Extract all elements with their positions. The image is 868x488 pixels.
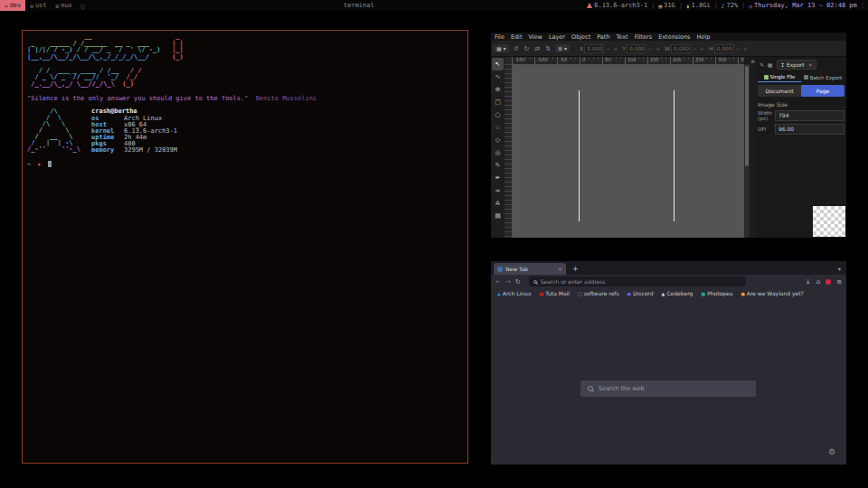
personalize-gear-icon[interactable]: ⚙ <box>828 447 835 456</box>
workspace-tag-dev[interactable]: ⌨dev <box>0 0 25 11</box>
close-icon[interactable]: × <box>558 266 562 272</box>
bookmark-favicon-icon: ▲ <box>497 291 501 296</box>
bookmark-tuta-mail[interactable]: ■Tuta Mail <box>539 290 569 296</box>
increment-button[interactable]: + <box>742 45 749 52</box>
workspace-tag-empty[interactable]: □ <box>77 0 90 11</box>
drawing-canvas[interactable] <box>512 64 744 238</box>
bookmark-photopea[interactable]: ■Photopea <box>701 290 732 296</box>
rotate-ccw-icon[interactable]: ↺ <box>514 45 519 52</box>
menu-icon[interactable]: ≡ <box>836 278 842 286</box>
menu-extensions[interactable]: Extensions <box>658 33 690 41</box>
empty-tag-icon: □ <box>81 3 85 9</box>
swatches-dock-icon[interactable]: ▦ <box>766 61 774 68</box>
dpi-input[interactable]: 96.00 <box>775 124 844 135</box>
tool-ellipse[interactable]: ○ <box>492 108 504 121</box>
snap-toggle-icon[interactable]: ⊞ <box>750 59 754 64</box>
download-icon[interactable]: ↓ <box>806 278 811 286</box>
decrement-button[interactable]: − <box>692 45 698 52</box>
export-tab[interactable]: ↥ Export × <box>777 60 816 70</box>
field-label: W <box>665 45 670 52</box>
shell-prompt[interactable]: ~ ▸ <box>27 161 463 168</box>
decrement-button[interactable]: − <box>735 45 741 52</box>
increment-button[interactable]: + <box>655 45 661 52</box>
decrement-button[interactable]: − <box>647 45 654 52</box>
url-placeholder: Search or enter address <box>541 278 606 285</box>
tab-list-chevron-icon[interactable]: ▾ <box>838 266 841 273</box>
menu-layer[interactable]: Layer <box>549 33 565 41</box>
tool-box-3d[interactable]: ◇ <box>492 134 504 146</box>
style-dropdown-icon: ▦ <box>496 45 502 52</box>
canvas-area[interactable]: -150-100-50050100150200250300350 ⊞ <box>505 57 756 238</box>
forward-button[interactable]: → <box>505 278 511 286</box>
tab-single-file[interactable]: Single File <box>758 72 801 82</box>
field-input[interactable]: 0.000 <box>584 44 604 53</box>
reload-button[interactable]: ↻ <box>515 278 521 286</box>
new-tab-button[interactable]: + <box>572 265 579 273</box>
flip-vertical-icon[interactable]: ⇅ <box>545 45 551 52</box>
web-search-input[interactable]: Search the web <box>580 380 756 397</box>
menu-filters[interactable]: Filters <box>635 33 652 41</box>
status-memory-text: 1.8Gi <box>692 2 711 9</box>
menu-view[interactable]: View <box>528 33 542 41</box>
xywh-fields: X0.000−+Y0.000−+W0.000−+H0.000−+ <box>580 44 749 53</box>
close-icon[interactable]: × <box>808 61 813 68</box>
home-icon[interactable]: ⌂ <box>816 278 820 286</box>
tool-spiral[interactable]: ◎ <box>492 146 504 159</box>
objects-dock-icon[interactable]: ✎ <box>758 61 766 68</box>
scrollbar-thumb[interactable] <box>745 66 749 166</box>
bookmark-codeberg[interactable]: ▲Codeberg <box>662 290 693 296</box>
tool-pencil[interactable]: ✎ <box>492 159 504 172</box>
workspace-tag-mux[interactable]: ⊞mux <box>52 0 77 11</box>
bookmark-label: Arch Linux <box>503 290 532 296</box>
bookmark-are-we-wayland-yet[interactable]: ●Are we Wayland yet? <box>741 290 803 296</box>
ruler-tick: 150 <box>650 57 659 62</box>
flip-horizontal-icon[interactable]: ⇄ <box>534 45 540 52</box>
tool-gradient[interactable]: ▤ <box>492 210 504 222</box>
decrement-button[interactable]: − <box>605 45 611 52</box>
menu-file[interactable]: File <box>495 33 505 41</box>
width-input[interactable]: 794 <box>775 110 844 121</box>
browser-window[interactable]: New Tab × + ▾ ← → ↻ Search or enter addr… <box>491 261 846 465</box>
field-input[interactable]: 0.000 <box>714 44 734 53</box>
bookmarks-bar: ▲Arch Linux■Tuta Mail□software refs●Disc… <box>491 288 846 298</box>
bookmark-discord[interactable]: ●Discord <box>627 290 654 296</box>
url-bar[interactable]: Search or enter address <box>529 277 746 286</box>
align-dropdown[interactable]: ≣ ▾ <box>555 44 570 52</box>
document-button[interactable]: Document <box>758 85 801 97</box>
snap-toolbar[interactable]: ⊞ <box>750 57 756 238</box>
menu-edit[interactable]: Edit <box>511 33 523 41</box>
tab-label: Batch Export <box>810 75 843 80</box>
tool-selector[interactable]: ↖ <box>492 58 504 70</box>
page-button[interactable]: Page <box>801 85 844 97</box>
bookmark-arch-linux[interactable]: ▲Arch Linux <box>497 290 531 296</box>
extension-icon[interactable] <box>826 279 831 285</box>
tool-text[interactable]: A <box>492 197 504 210</box>
ruler-tick: 200 <box>673 57 682 62</box>
style-dropdown[interactable]: ▦ ▾ <box>494 44 509 52</box>
tool-shape-builder[interactable]: ⊕ <box>492 83 504 96</box>
field-input[interactable]: 0.000 <box>671 44 691 53</box>
workspace-tag-ust[interactable]: ⚙ust <box>25 0 51 11</box>
ruler-tick: 250 <box>695 57 704 62</box>
tool-pen[interactable]: ✒ <box>492 172 504 184</box>
tool-node-editor[interactable]: ∿ <box>492 70 504 83</box>
tool-calligraphy[interactable]: ≈ <box>492 184 504 197</box>
menu-help[interactable]: Help <box>696 33 710 41</box>
increment-button[interactable]: + <box>612 45 618 52</box>
tab-new-tab[interactable]: New Tab × <box>494 263 566 275</box>
field-input[interactable]: 0.000 <box>627 44 646 53</box>
tab-batch-export[interactable]: Batch Export <box>801 72 844 82</box>
separator: | <box>679 2 683 9</box>
bookmark-software-refs[interactable]: □software refs <box>578 290 619 296</box>
ascii-banner: __ _ _ _____ / /______ __ _ ___ | || |/|… <box>27 33 463 88</box>
tool-rectangle[interactable]: □ <box>492 96 504 108</box>
inkscape-window[interactable]: FileEditViewLayerObjectPathTextFiltersEx… <box>491 33 846 238</box>
menu-object[interactable]: Object <box>571 33 590 41</box>
back-button[interactable]: ← <box>495 278 501 286</box>
rotate-cw-icon[interactable]: ↻ <box>524 45 529 52</box>
terminal-window[interactable]: __ _ _ _____ / /______ __ _ ___ | || |/|… <box>22 30 468 464</box>
menu-text[interactable]: Text <box>617 33 628 41</box>
menu-path[interactable]: Path <box>597 33 609 41</box>
tool-star[interactable]: ☆ <box>492 121 504 134</box>
increment-button[interactable]: + <box>699 45 705 52</box>
